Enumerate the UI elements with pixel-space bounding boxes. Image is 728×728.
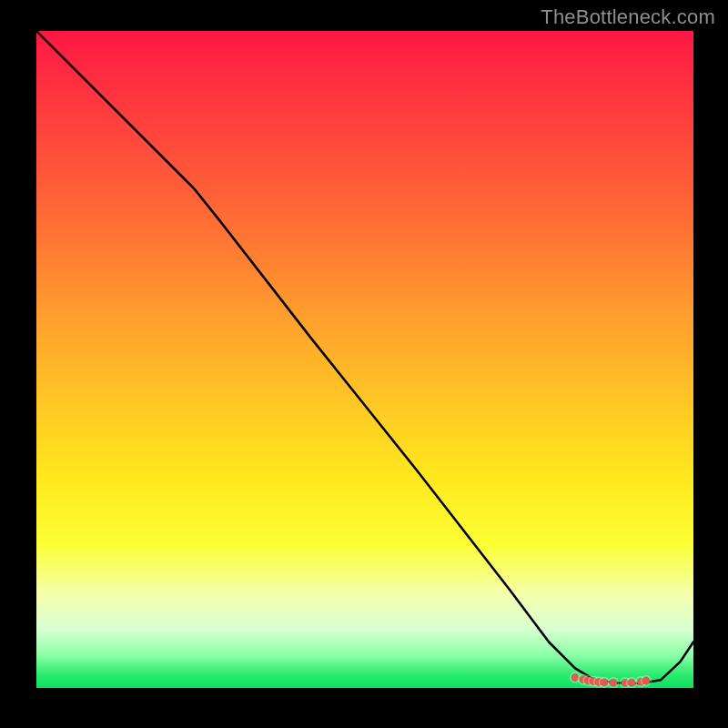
marker: [628, 679, 635, 686]
chart-frame: TheBottleneck.com: [0, 0, 728, 728]
plot-svg: [36, 31, 693, 688]
source-watermark: TheBottleneck.com: [541, 5, 715, 29]
marker: [601, 679, 608, 686]
bottleneck-curve: [36, 31, 693, 683]
marker: [642, 677, 650, 684]
marker: [610, 679, 617, 686]
sweet-spot-markers: [571, 672, 652, 688]
bottleneck-plot: [36, 31, 693, 688]
